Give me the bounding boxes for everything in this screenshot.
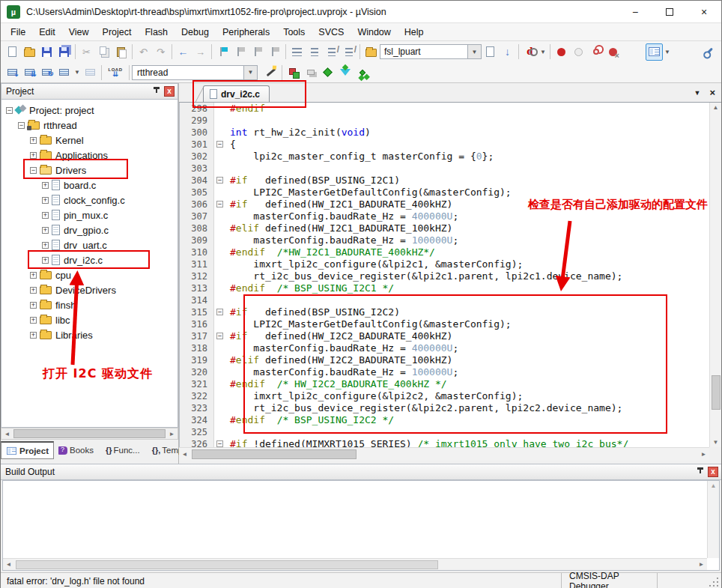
tree-item-drv-uart-c[interactable]: +drv_uart.c (1, 237, 178, 252)
tree-item-drv-gpio-c[interactable]: +drv_gpio.c (1, 222, 178, 237)
bookmark-clear-button[interactable] (266, 43, 283, 61)
tree-item-drivers[interactable]: −Drivers (1, 163, 178, 178)
tree-item-finsh[interactable]: +finsh (1, 297, 178, 312)
tree-item-applications[interactable]: +Applications (1, 148, 178, 163)
scroll-up-icon[interactable]: ▲ (708, 482, 719, 489)
tree-item-project-project[interactable]: −Project: project (1, 103, 178, 118)
toggle-breakpoint-button[interactable] (553, 43, 570, 61)
select-packs-button[interactable] (336, 64, 354, 81)
scroll-thumb[interactable] (712, 375, 721, 410)
scroll-thumb[interactable] (16, 560, 438, 569)
code-editor[interactable]: 298#endif299300int rt_hw_i2c_init(void)3… (179, 103, 709, 447)
tree-item-libc[interactable]: +libc (1, 312, 178, 327)
expander-icon[interactable]: + (30, 287, 37, 294)
expander-icon[interactable]: − (6, 107, 13, 114)
find-in-files-button[interactable] (362, 43, 380, 61)
bookmark-prev-button[interactable] (231, 43, 249, 61)
fold-toggle-icon[interactable]: − (216, 141, 223, 148)
cut-button[interactable]: ✂ (78, 43, 95, 61)
expander-icon[interactable]: + (42, 242, 49, 249)
expander-icon[interactable]: + (42, 212, 49, 219)
rebuild-button[interactable]: ↻ (38, 64, 55, 81)
tab-list-dropdown[interactable]: ▼ (694, 89, 700, 97)
fold-toggle-icon[interactable]: − (216, 440, 223, 447)
expander-icon[interactable]: + (30, 317, 37, 324)
quick-find-dropdown[interactable]: ▼ (539, 49, 547, 55)
panel-tab-func[interactable]: {}Func... (101, 441, 145, 459)
menu-item-debug[interactable]: Debug (175, 25, 216, 40)
batch-build-dropdown[interactable]: ▼ (73, 69, 82, 76)
scroll-thumb[interactable] (13, 429, 166, 438)
project-panel-close[interactable]: x (164, 86, 175, 97)
find-in-document-button[interactable] (482, 43, 499, 61)
manage-books-button[interactable] (302, 64, 319, 81)
tree-item-devicedrivers[interactable]: +DeviceDrivers (1, 282, 178, 297)
expander-icon[interactable]: + (30, 302, 37, 309)
menu-item-window[interactable]: Window (351, 25, 397, 40)
scroll-down-icon[interactable]: ▼ (710, 439, 721, 446)
tree-item-rtthread[interactable]: −rtthread (1, 118, 178, 133)
expander-icon[interactable]: + (30, 152, 37, 159)
build-output-content[interactable]: ▲ ◄ ► (2, 480, 720, 571)
build-output-close[interactable]: x (708, 467, 718, 477)
tree-item-cpu[interactable]: +cpu (1, 267, 178, 282)
editor-vscrollbar[interactable]: ▲ ▼ (709, 103, 721, 447)
bookmark-next-button[interactable] (249, 43, 266, 61)
navigate-back-button[interactable]: ← (175, 43, 192, 61)
window-views-dropdown[interactable]: ▼ (663, 49, 672, 55)
tree-item-libraries[interactable]: +Libraries (1, 327, 178, 342)
incremental-find-button[interactable]: ↓ (499, 43, 516, 61)
expander-icon[interactable]: + (42, 257, 49, 264)
maximize-button[interactable] (652, 1, 687, 23)
configuration-button[interactable] (700, 43, 717, 61)
menu-item-file[interactable]: File (4, 25, 32, 40)
copy-button[interactable] (95, 43, 112, 61)
scroll-right-icon[interactable]: ► (166, 431, 178, 437)
navigate-forward-button[interactable]: → (192, 43, 209, 61)
expander-icon[interactable]: + (42, 197, 49, 204)
menu-item-help[interactable]: Help (398, 25, 431, 40)
target-select[interactable]: rtthread (132, 65, 244, 80)
menu-item-edit[interactable]: Edit (32, 25, 62, 40)
editor-tab-drv-i2c[interactable]: drv_i2c.c (203, 85, 270, 102)
tree-item-kernel[interactable]: +Kernel (1, 133, 178, 148)
open-file-button[interactable] (21, 43, 38, 61)
menu-item-tools[interactable]: Tools (276, 25, 312, 40)
pack-installer-button[interactable] (354, 64, 371, 81)
window-views-button[interactable] (646, 43, 663, 61)
project-panel-hscrollbar[interactable]: ◄ ► (1, 428, 178, 440)
uncomment-button[interactable] (340, 43, 357, 61)
scroll-left-icon[interactable]: ◄ (3, 561, 14, 568)
expander-icon[interactable]: + (30, 272, 37, 279)
options-for-target-button[interactable] (262, 64, 279, 81)
scroll-right-icon[interactable]: ► (696, 561, 707, 568)
minimize-button[interactable]: − (618, 1, 652, 23)
fold-toggle-icon[interactable]: − (216, 309, 223, 315)
undo-button[interactable]: ↶ (135, 43, 152, 61)
menu-item-peripherals[interactable]: Peripherals (216, 25, 276, 40)
disable-all-breakpoints-button[interactable] (587, 43, 604, 61)
pin-icon[interactable] (696, 467, 705, 476)
download-button[interactable]: LOAD⇊ (104, 64, 127, 81)
redo-button[interactable]: ↷ (152, 43, 169, 61)
expander-icon[interactable]: − (30, 167, 37, 174)
menu-item-flash[interactable]: Flash (138, 25, 175, 40)
tree-item-pin-mux-c[interactable]: +pin_mux.c (1, 207, 178, 222)
scroll-left-icon[interactable]: ◄ (179, 451, 190, 458)
expander-icon[interactable]: + (30, 137, 37, 144)
editor-hscrollbar[interactable]: ◄ ► (179, 447, 709, 461)
expander-icon[interactable]: + (42, 227, 49, 234)
scroll-right-icon[interactable]: ► (698, 451, 709, 458)
translate-button[interactable]: ⇣ (4, 64, 21, 81)
expander-icon[interactable]: − (18, 122, 25, 129)
close-document-button[interactable]: × (709, 87, 715, 98)
menu-item-svcs[interactable]: SVCS (312, 25, 351, 40)
resize-grip[interactable] (709, 576, 720, 587)
manage-rte-button[interactable] (319, 64, 336, 81)
scroll-thumb[interactable] (192, 449, 357, 459)
menu-item-view[interactable]: View (62, 25, 96, 40)
scroll-up-icon[interactable]: ▲ (710, 104, 721, 111)
pin-icon[interactable] (152, 87, 161, 96)
build-output-hscrollbar[interactable]: ◄ ► (3, 558, 707, 570)
bookmark-toggle-button[interactable] (214, 43, 231, 61)
